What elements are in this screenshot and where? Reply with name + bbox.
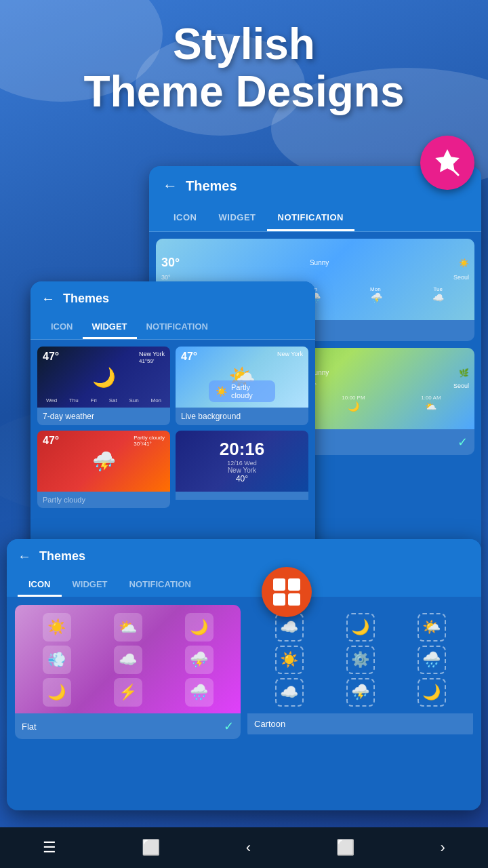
mid-panel-header: ← Themes — [30, 281, 315, 316]
hourly-graph-checkmark: ✓ — [458, 435, 468, 450]
icon-cartoon-rain: 🌧️ — [418, 646, 446, 674]
back-panel-tab-notification[interactable]: NOTIFICATION — [267, 205, 354, 231]
star-badge[interactable] — [420, 136, 474, 190]
front-themes-panel: ← Themes ICON WIDGET NOTIFICATION ☀️ ⛅ 🌙… — [7, 539, 481, 810]
fab-square-4 — [288, 593, 300, 606]
flat-theme-card[interactable]: ☀️ ⛅ 🌙 💨 ☁️ ⛈️ 🌙 ⚡ 🌧️ Flat ✓ — [15, 605, 241, 739]
mid-panel-tab-icon[interactable]: ICON — [41, 316, 83, 339]
mid-card-night-city-thumb: 20:16 12/16 Wed New York 40° — [176, 431, 308, 492]
icon-rain-flat: 🌧️ — [185, 678, 214, 707]
icon-cartoon-partly: 🌤️ — [418, 613, 446, 642]
partly-cloudy-widget: ☀️ Partly cloudy — [209, 380, 275, 402]
mid-themes-panel: ← Themes ICON WIDGET NOTIFICATION 🌙 47° … — [30, 281, 315, 566]
mid-panel-tabs: ICON WIDGET NOTIFICATION — [30, 316, 315, 340]
mid-card-night-city[interactable]: 20:16 12/16 Wed New York 40° — [176, 431, 308, 508]
fab-square-1 — [273, 578, 285, 591]
icon-cartoon-moon: 🌙 — [346, 613, 375, 642]
location-overlay-3: Partly cloudy30°/41° — [134, 435, 165, 447]
mid-panel-cards: 🌙 47° New York41°59' WedThuFriSatSunMon … — [30, 340, 315, 515]
mid-card-storm-label: Partly cloudy — [37, 492, 170, 508]
icon-cartoon-cloud1: ☁️ — [275, 613, 304, 642]
nav-recents-button[interactable]: ⬜ — [336, 839, 354, 856]
front-panel-title: Themes — [39, 549, 85, 564]
fab-square-2 — [288, 578, 300, 591]
back-panel-tabs: ICON WIDGET NOTIFICATION — [149, 205, 481, 232]
icon-lightning: ⚡ — [114, 678, 142, 707]
icon-wind: 💨 — [43, 646, 71, 674]
mid-card-seven-day[interactable]: 🌙 47° New York41°59' WedThuFriSatSunMon … — [37, 347, 170, 425]
temp-overlay-3: 47° — [43, 435, 59, 447]
front-panel-tabs: ICON WIDGET NOTIFICATION — [7, 574, 481, 597]
nav-menu-button[interactable]: ☰ — [43, 839, 56, 856]
mid-card-night-city-label — [176, 492, 308, 500]
flat-theme-label: Flat ✓ — [15, 713, 241, 739]
nav-back-button[interactable]: ‹ — [246, 839, 251, 856]
front-panel-tab-widget[interactable]: WIDGET — [62, 574, 119, 597]
fab-square-3 — [273, 593, 285, 606]
mid-panel-tab-notification[interactable]: NOTIFICATION — [137, 316, 218, 339]
moon-icon: 🌙 — [92, 366, 116, 389]
location-overlay-1: New York41°59' — [139, 351, 165, 364]
icon-cartoon-sun: ☀️ — [275, 646, 304, 674]
icon-sun: ☀️ — [43, 613, 71, 642]
front-panel-header: ← Themes — [7, 539, 481, 574]
back-panel-tab-icon[interactable]: ICON — [163, 205, 208, 231]
fab-grid-button[interactable] — [262, 567, 312, 617]
cartoon-theme-preview: ☁️ 🌙 🌤️ ☀️ ⚙️ 🌧️ ☁️ ⛈️ 🌙 — [247, 605, 473, 713]
icon-cartoon-cloud2: ☁️ — [275, 678, 304, 707]
nav-forward-button[interactable]: › — [441, 839, 445, 856]
cartoon-theme-label: Cartoon — [247, 713, 473, 734]
front-panel-tab-notification[interactable]: NOTIFICATION — [119, 574, 202, 597]
icon-partly-cloudy: ⛅ — [114, 613, 142, 642]
mid-card-seven-day-thumb: 🌙 47° New York41°59' WedThuFriSatSunMon — [37, 347, 170, 408]
fab-grid-icon — [273, 578, 300, 606]
mid-panel-title: Themes — [63, 292, 109, 306]
cartoon-theme-card[interactable]: ☁️ 🌙 🌤️ ☀️ ⚙️ 🌧️ ☁️ ⛈️ 🌙 Cartoon — [247, 605, 473, 739]
flat-theme-checkmark: ✓ — [224, 719, 234, 734]
icon-cartoon-moon2: 🌙 — [418, 678, 446, 707]
icon-moon-flat: 🌙 — [185, 613, 214, 642]
mid-card-storm[interactable]: ⛈️ 47° Partly cloudy30°/41° Partly cloud… — [37, 431, 170, 508]
location-overlay-2: New York — [277, 351, 303, 357]
temp-overlay-1: 47° — [43, 351, 59, 363]
back-panel-back-button[interactable]: ← — [163, 177, 178, 195]
icon-crescent: 🌙 — [43, 678, 71, 707]
front-panel-tab-icon[interactable]: ICON — [18, 574, 62, 597]
mid-panel-back-button[interactable]: ← — [41, 291, 55, 307]
icon-cartoon-gear: ⚙️ — [346, 646, 375, 674]
mid-card-live-bg-label: Live background — [176, 408, 308, 425]
icon-storm-flat: ⛈️ — [185, 646, 214, 674]
temp-overlay-2: 47° — [181, 351, 197, 363]
mid-panel-tab-widget[interactable]: WIDGET — [83, 316, 137, 339]
icon-cartoon-storm: ⛈️ — [346, 678, 375, 707]
front-panel-back-button[interactable]: ← — [18, 549, 31, 564]
storm-icon: ⛈️ — [92, 450, 116, 473]
icon-cloud: ☁️ — [114, 646, 142, 674]
nav-home-button[interactable]: ⬜ — [142, 839, 160, 856]
mid-card-seven-day-label: 7-day weather — [37, 408, 170, 425]
mid-card-storm-thumb: ⛈️ 47° Partly cloudy30°/41° — [37, 431, 170, 492]
star-icon — [431, 146, 464, 179]
mid-card-live-bg-thumb: 🌤️ 47° New York ☀️ Partly cloudy — [176, 347, 308, 408]
nav-bar: ☰ ⬜ ‹ ⬜ › — [0, 827, 488, 868]
back-panel-tab-widget[interactable]: WIDGET — [208, 205, 267, 231]
flat-theme-preview: ☀️ ⛅ 🌙 💨 ☁️ ⛈️ 🌙 ⚡ 🌧️ — [15, 605, 241, 713]
page-title: Stylish Theme Designs — [0, 20, 488, 116]
back-panel-title: Themes — [186, 178, 237, 194]
front-panel-icon-themes: ☀️ ⛅ 🌙 💨 ☁️ ⛈️ 🌙 ⚡ 🌧️ Flat ✓ ☁️ 🌙 🌤️ ☀️ — [7, 597, 481, 747]
mid-card-live-bg[interactable]: 🌤️ 47° New York ☀️ Partly cloudy Live ba… — [176, 347, 308, 425]
